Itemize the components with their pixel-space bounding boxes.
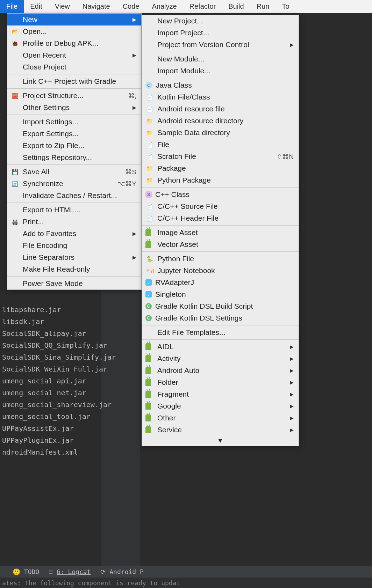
menubar-item-code[interactable]: Code bbox=[116, 0, 146, 13]
menu-item-new[interactable]: New ▶ bbox=[7, 14, 141, 25]
menu-item-open-recent[interactable]: Open Recent ▶ bbox=[7, 49, 141, 61]
menu-item-settings-repository[interactable]: Settings Repository... bbox=[7, 152, 141, 163]
menu-item-activity[interactable]: Activity▶ bbox=[142, 353, 299, 365]
menu-item-import-module[interactable]: Import Module... bbox=[142, 65, 299, 77]
menu-item-link-cpp[interactable]: Link C++ Project with Gradle bbox=[7, 75, 141, 87]
submenu-arrow-icon: ▶ bbox=[290, 380, 294, 385]
menu-item-file-encoding[interactable]: File Encoding bbox=[7, 240, 141, 251]
menu-item-vector-asset[interactable]: Vector Asset bbox=[142, 238, 299, 250]
menu-item-export-zip[interactable]: Export to Zip File... bbox=[7, 140, 141, 152]
menu-item-new-project[interactable]: New Project... bbox=[142, 15, 299, 27]
menu-separator bbox=[7, 203, 141, 203]
menubar-item-analyze[interactable]: Analyze bbox=[145, 0, 183, 13]
menu-item-project-from-vcs[interactable]: Project from Version Control▶ bbox=[142, 39, 299, 51]
profiler-tab[interactable]: ⟳ Android P bbox=[100, 568, 143, 575]
menu-item-print[interactable]: 🖨️ Print... bbox=[7, 216, 141, 228]
menubar-item-refactor[interactable]: Refactor bbox=[183, 0, 222, 13]
menu-separator bbox=[142, 187, 299, 188]
menu-item-line-separators[interactable]: Line Separators ▶ bbox=[7, 251, 141, 263]
submenu-arrow-icon: ▶ bbox=[290, 368, 294, 373]
menu-item-python-file[interactable]: 🐍Python File bbox=[142, 253, 299, 265]
menu-item-fragment[interactable]: Fragment▶ bbox=[142, 388, 299, 400]
menu-item-image-asset[interactable]: Image Asset bbox=[142, 227, 299, 238]
menu-item-google[interactable]: Google▶ bbox=[142, 400, 299, 412]
menu-separator bbox=[142, 339, 299, 340]
menu-item-service[interactable]: Service▶ bbox=[142, 424, 299, 436]
template-icon: J bbox=[145, 291, 152, 297]
android-icon bbox=[145, 343, 154, 351]
menu-item-new-module[interactable]: New Module... bbox=[142, 53, 299, 65]
menu-item-import-project[interactable]: Import Project... bbox=[142, 27, 299, 39]
menu-item-save-all[interactable]: 💾 Save All ⌘S bbox=[7, 166, 141, 178]
todo-tab[interactable]: 🙂 TODO bbox=[13, 568, 39, 575]
menu-item-python-package[interactable]: 📁Python Package bbox=[142, 174, 299, 186]
menu-item-cpp-class[interactable]: SC++ Class bbox=[142, 189, 299, 200]
menu-item-c-header-file[interactable]: 📄C/C++ Header File bbox=[142, 212, 299, 224]
menu-item-gradle-build-script[interactable]: GGradle Kotlin DSL Build Script bbox=[142, 300, 299, 312]
kotlin-icon: 📄 bbox=[145, 93, 154, 101]
menu-item-scratch-file[interactable]: 📄Scratch File⇧⌘N bbox=[142, 150, 299, 162]
menu-item-singleton[interactable]: JSingleton bbox=[142, 288, 299, 300]
menu-item-java-class[interactable]: CJava Class bbox=[142, 79, 299, 91]
menubar-item-file[interactable]: File bbox=[0, 0, 24, 13]
python-icon: 🐍 bbox=[145, 255, 154, 263]
menu-item-rvadapter[interactable]: JRVAdapterJ bbox=[142, 277, 299, 288]
menu-item-profile-apk[interactable]: 🐞 Profile or Debug APK... bbox=[7, 37, 141, 49]
menu-separator bbox=[7, 74, 141, 74]
submenu-arrow-icon: ▶ bbox=[133, 231, 136, 236]
tool-window-bar[interactable]: 🙂 TODO ≡ 6: Logcat ⟳ Android P bbox=[0, 566, 372, 578]
menubar-item-navigate[interactable]: Navigate bbox=[76, 0, 116, 13]
package-icon: 📁 bbox=[145, 164, 154, 172]
menu-item-other-settings[interactable]: Other Settings ▶ bbox=[7, 102, 141, 113]
menu-separator bbox=[7, 276, 141, 277]
menu-item-kotlin-file[interactable]: 📄Kotlin File/Class bbox=[142, 91, 299, 103]
xml-icon: 📄 bbox=[145, 105, 154, 113]
menu-item-close-project[interactable]: Close Project bbox=[7, 61, 141, 73]
c-header-icon: 📄 bbox=[145, 214, 154, 222]
blank-icon bbox=[11, 51, 19, 59]
submenu-arrow-icon: ▶ bbox=[133, 52, 136, 58]
project-file-list: libapshare.jarlibsdk.jarSocialSDK_alipay… bbox=[2, 304, 101, 458]
android-icon bbox=[145, 354, 154, 363]
menu-item-open[interactable]: 📂 Open... bbox=[7, 25, 141, 37]
scroll-down-indicator[interactable]: ▼ bbox=[142, 436, 299, 446]
menu-item-synchronize[interactable]: 🔄 Synchronize ⌥⌘Y bbox=[7, 178, 141, 190]
android-icon bbox=[145, 366, 154, 375]
menubar-item-to[interactable]: To bbox=[276, 0, 295, 13]
menu-item-folder[interactable]: Folder▶ bbox=[142, 376, 299, 388]
menu-item-gradle-settings[interactable]: GGradle Kotlin DSL Settings bbox=[142, 312, 299, 324]
structure-icon: 🧱 bbox=[11, 91, 19, 100]
logcat-tab[interactable]: ≡ 6: Logcat bbox=[49, 568, 91, 575]
menu-item-jupyter-notebook[interactable]: IP[y]Jupyter Notebook bbox=[142, 265, 299, 277]
menu-item-sample-data-directory[interactable]: 📁Sample Data directory bbox=[142, 127, 299, 139]
menubar-item-build[interactable]: Build bbox=[222, 0, 250, 13]
menu-item-add-to-favorites[interactable]: Add to Favorites ▶ bbox=[7, 228, 141, 240]
save-icon: 💾 bbox=[11, 168, 19, 176]
menu-item-project-structure[interactable]: 🧱 Project Structure... ⌘; bbox=[7, 90, 141, 102]
menu-item-import-settings[interactable]: Import Settings... bbox=[7, 116, 141, 128]
menu-item-export-html[interactable]: Export to HTML... bbox=[7, 204, 141, 216]
menu-item-export-settings[interactable]: Export Settings... bbox=[7, 128, 141, 140]
menubar-item-edit[interactable]: Edit bbox=[24, 0, 48, 13]
android-icon bbox=[145, 426, 154, 434]
new-submenu-dropdown[interactable]: New Project... Import Project... Project… bbox=[142, 15, 299, 446]
menu-item-c-source-file[interactable]: 📄C/C++ Source File bbox=[142, 200, 299, 212]
menubar-item-view[interactable]: View bbox=[49, 0, 76, 13]
main-menubar[interactable]: FileEditViewNavigateCodeAnalyzeRefactorB… bbox=[0, 0, 372, 13]
menu-separator bbox=[7, 115, 141, 115]
menubar-item-run[interactable]: Run bbox=[250, 0, 276, 13]
menu-item-package[interactable]: 📁Package bbox=[142, 162, 299, 174]
menu-item-android-resource-directory[interactable]: 📁Android resource directory bbox=[142, 115, 299, 127]
menu-item-file[interactable]: 📄File bbox=[142, 139, 299, 150]
menu-item-edit-file-templates[interactable]: Edit File Templates... bbox=[142, 326, 299, 338]
menu-item-other[interactable]: Other▶ bbox=[142, 412, 299, 424]
submenu-arrow-icon: ▶ bbox=[133, 105, 136, 110]
menu-item-invalidate-caches[interactable]: Invalidate Caches / Restart... bbox=[7, 190, 141, 201]
menu-item-power-save[interactable]: Power Save Mode bbox=[7, 278, 141, 289]
menu-item-android-resource-file[interactable]: 📄Android resource file bbox=[142, 103, 299, 115]
menu-item-android-auto[interactable]: Android Auto▶ bbox=[142, 365, 299, 376]
menu-item-make-readonly[interactable]: Make File Read-only bbox=[7, 263, 141, 275]
submenu-arrow-icon: ▶ bbox=[290, 391, 294, 397]
menu-item-aidl[interactable]: AIDL▶ bbox=[142, 341, 299, 353]
file-menu-dropdown[interactable]: New ▶ 📂 Open... 🐞 Profile or Debug APK..… bbox=[7, 13, 142, 290]
